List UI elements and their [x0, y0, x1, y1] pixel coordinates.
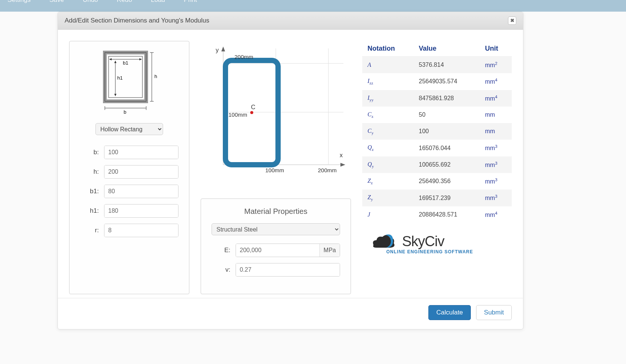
- svg-marker-18: [340, 163, 345, 167]
- unit-cell: mm3: [480, 190, 512, 206]
- r-label: r:: [80, 227, 99, 234]
- unit-cell: mm: [480, 123, 512, 140]
- notation-cell: Zz: [362, 173, 414, 190]
- h-label: h:: [80, 168, 99, 176]
- material-title: Material Properties: [212, 207, 340, 216]
- b-input[interactable]: [104, 146, 178, 159]
- menu-load[interactable]: Load: [151, 0, 165, 4]
- unit-cell: mm4: [480, 90, 512, 107]
- value-cell: 100: [414, 123, 480, 140]
- b1-input[interactable]: [104, 185, 178, 198]
- r-input[interactable]: [104, 224, 178, 237]
- th-value: Value: [414, 41, 480, 57]
- material-panel: Material Properties Structural Steel E: …: [201, 199, 351, 294]
- submit-button[interactable]: Submit: [476, 305, 512, 320]
- th-notation: Notation: [362, 41, 414, 57]
- section-plot: y x C 100mm 200mm 100mm 200mm: [201, 41, 351, 184]
- h1-label: h1:: [80, 207, 99, 215]
- unit-cell: mm2: [480, 57, 512, 74]
- calculate-button[interactable]: Calculate: [428, 305, 471, 320]
- brand-name: SkyCiv: [402, 233, 444, 250]
- table-row: Qy100655.692mm3: [362, 156, 512, 173]
- value-cell: 169517.239: [414, 190, 480, 206]
- E-input[interactable]: [236, 244, 319, 257]
- section-diagram: h b b1 h1: [80, 49, 178, 116]
- notation-cell: Izz: [362, 73, 414, 90]
- tick-100: 100mm: [265, 167, 284, 173]
- table-row: Iyy8475861.928mm4: [362, 90, 512, 107]
- material-select[interactable]: Structural Steel: [212, 223, 340, 235]
- b1-dim-label: b1: [123, 60, 128, 66]
- E-label: E:: [212, 247, 230, 254]
- table-row: Qz165076.044mm3: [362, 140, 512, 156]
- main-menu-bar: Settings Save Undo Redo Load Print: [0, 0, 626, 12]
- value-cell: 5376.814: [414, 57, 480, 74]
- table-row: Cz50mm: [362, 107, 512, 123]
- brand-logo: SkyCiv ONLINE ENGINEERING SOFTWARE: [370, 232, 512, 254]
- value-cell: 165076.044: [414, 140, 480, 156]
- dim-h-label: 100mm: [228, 111, 247, 118]
- menu-print[interactable]: Print: [184, 0, 197, 4]
- th-unit: Unit: [480, 41, 512, 57]
- unit-cell: mm3: [480, 140, 512, 156]
- centroid-label: C: [251, 104, 256, 110]
- brand-tagline: ONLINE ENGINEERING SOFTWARE: [386, 249, 512, 254]
- dimensions-panel: h b b1 h1: [69, 41, 189, 294]
- h1-input[interactable]: [104, 205, 178, 217]
- svg-marker-14: [114, 94, 116, 96]
- b-dim-label: b: [124, 109, 126, 115]
- unit-cell: mm3: [480, 156, 512, 173]
- notation-cell: Zy: [362, 190, 414, 206]
- y-axis-label: y: [216, 47, 219, 53]
- close-button[interactable]: ✖: [508, 17, 516, 25]
- menu-settings[interactable]: Settings: [8, 0, 30, 4]
- menu-save[interactable]: Save: [49, 0, 64, 4]
- value-cell: 50: [414, 107, 480, 123]
- notation-cell: A: [362, 57, 414, 74]
- notation-cell: J: [362, 206, 414, 223]
- table-row: J20886428.571mm4: [362, 206, 512, 223]
- table-row: Zy169517.239mm3: [362, 190, 512, 206]
- h-input[interactable]: [104, 165, 178, 178]
- properties-table: Notation Value Unit A5376.814mm2Izz25649…: [362, 41, 512, 223]
- dialog-footer: Calculate Submit: [58, 298, 523, 329]
- unit-cell: mm4: [480, 73, 512, 90]
- unit-cell: mm: [480, 107, 512, 123]
- notation-cell: Qz: [362, 140, 414, 156]
- h1-dim-label: h1: [117, 75, 122, 81]
- table-row: Izz25649035.574mm4: [362, 73, 512, 90]
- v-input[interactable]: [236, 263, 340, 276]
- E-unit: MPa: [319, 244, 340, 257]
- svg-marker-10: [109, 58, 112, 60]
- table-row: A5376.814mm2: [362, 57, 512, 74]
- h-dim-label: h: [154, 74, 157, 79]
- notation-cell: Cz: [362, 107, 414, 123]
- notation-cell: Cy: [362, 123, 414, 140]
- b1-label: b1:: [80, 188, 99, 195]
- value-cell: 8475861.928: [414, 90, 480, 107]
- b-label: b:: [80, 149, 99, 156]
- svg-marker-17: [221, 47, 225, 51]
- unit-cell: mm4: [480, 206, 512, 223]
- x-axis-label: x: [340, 152, 343, 158]
- table-row: Cy100mm: [362, 123, 512, 140]
- value-cell: 256490.356: [414, 173, 480, 190]
- tick-200: 200mm: [318, 167, 337, 173]
- skyciv-logo-icon: [370, 232, 399, 251]
- table-row: Zz256490.356mm3: [362, 173, 512, 190]
- close-icon: ✖: [510, 18, 514, 23]
- svg-marker-11: [139, 58, 142, 60]
- value-cell: 25649035.574: [414, 73, 480, 90]
- notation-cell: Iyy: [362, 90, 414, 107]
- value-cell: 20886428.571: [414, 206, 480, 223]
- svg-point-24: [250, 111, 253, 114]
- unit-cell: mm3: [480, 173, 512, 190]
- dialog-header: Add/Edit Section Dimensions and Young's …: [58, 12, 523, 30]
- dim-w-label: 200mm: [234, 54, 253, 60]
- menu-redo[interactable]: Redo: [117, 0, 132, 4]
- svg-marker-13: [114, 61, 116, 63]
- menu-undo[interactable]: Undo: [83, 0, 98, 4]
- dialog-title: Add/Edit Section Dimensions and Young's …: [65, 17, 209, 24]
- shape-select[interactable]: Hollow Rectang: [95, 123, 163, 135]
- section-dialog: Add/Edit Section Dimensions and Young's …: [57, 12, 523, 329]
